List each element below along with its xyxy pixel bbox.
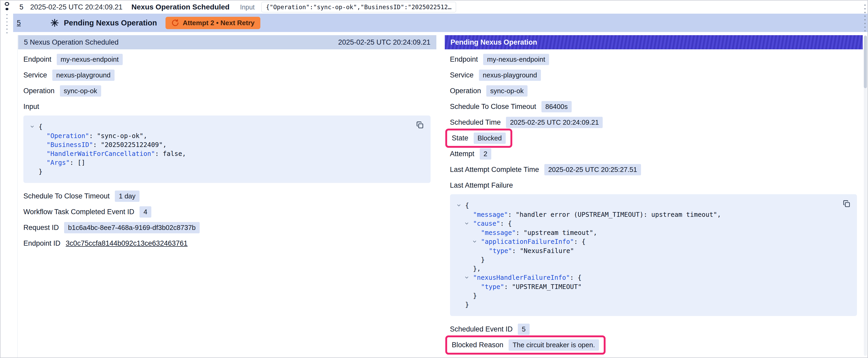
chevron-down-icon[interactable]	[464, 220, 473, 228]
field-label: Endpoint	[450, 55, 478, 64]
json-line: "cause": {	[456, 219, 839, 228]
field-label: Scheduled Time	[450, 118, 501, 127]
field-label: Schedule To Close Timeout	[23, 192, 110, 200]
timeline-current-event-icon[interactable]	[5, 2, 9, 6]
field-row: Request IDb1c6a4bc-8ee7-468a-9169-df3b02…	[21, 220, 436, 235]
json-line: "message": "handler error (UPSTREAM_TIME…	[456, 210, 839, 219]
json-token: "HandlerWaitForCancellation"	[46, 150, 155, 158]
field-row: Workflow Task Completed Event ID4	[21, 204, 436, 220]
field-value-chip: my-nexus-endpoint	[483, 54, 549, 65]
panel-pending-nexus-operation: Pending Nexus Operation Endpointmy-nexus…	[445, 35, 863, 357]
json-token: :	[155, 150, 163, 158]
json-line: "Args": []	[30, 158, 412, 167]
field-row: Scheduled Event ID5	[448, 321, 863, 337]
field-label: Service	[23, 71, 47, 79]
field-label: Workflow Task Completed Event ID	[23, 208, 134, 216]
field-label: Operation	[450, 87, 481, 95]
json-token: :	[93, 141, 101, 149]
field-row: Schedule To Close Timeout1 day	[21, 188, 436, 204]
event-row-pending-nexus-operation[interactable]: 5 Pending Nexus Operation Attempt 2 • Ne…	[13, 14, 867, 32]
json-token: "UPSTREAM_TIMEOUT"	[512, 283, 582, 291]
chevron-down-icon[interactable]	[30, 123, 39, 131]
json-token: "nexusHandlerFailureInfo"	[473, 274, 570, 281]
json-line: "message": "upstream timeout",	[456, 228, 839, 237]
field-row: Blocked ReasonThe circuit breaker is ope…	[448, 337, 863, 353]
field-label: Schedule To Close Timeout	[450, 103, 536, 111]
event-id-link[interactable]: 5	[17, 19, 21, 27]
json-line: "Operation": "sync-op-ok",	[30, 131, 412, 140]
timeline-node-icon[interactable]	[5, 8, 8, 10]
copy-button[interactable]	[841, 198, 852, 209]
json-token: }	[481, 256, 485, 263]
field-value-chip: my-nexus-endpoint	[57, 54, 123, 65]
field-row: Operationsync-op-ok	[21, 83, 436, 99]
event-timestamp: 2025-02-25 UTC 20:24:09.21	[30, 3, 122, 11]
field-label: Blocked Reason	[452, 341, 504, 349]
panel-nexus-operation-scheduled: 5 Nexus Operation Scheduled 2025-02-25 U…	[18, 35, 436, 357]
field-label: Operation	[23, 87, 55, 95]
event-title: Nexus Operation Scheduled	[131, 3, 229, 11]
chevron-down-icon[interactable]	[456, 201, 465, 210]
field-label: Service	[450, 71, 474, 79]
field-row: Scheduled Time2025-02-25 UTC 20:24:09.21	[448, 115, 863, 130]
field-row: Endpoint ID3c0c75ccfa8144b092c13ce632463…	[21, 235, 436, 251]
right-panel-header: Pending Nexus Operation	[445, 35, 863, 50]
json-line: }	[30, 167, 412, 176]
pending-event-title: Pending Nexus Operation	[64, 19, 157, 27]
field-value-chip: 86400s	[541, 101, 572, 112]
left-panel-timestamp: 2025-02-25 UTC 20:24:09.21	[338, 38, 430, 46]
json-token: :	[89, 132, 97, 140]
event-row-nexus-operation-scheduled[interactable]: 5 2025-02-25 UTC 20:24:09.21 Nexus Opera…	[13, 1, 861, 14]
json-token: "type"	[489, 247, 512, 255]
json-token: "applicationFailureInfo"	[481, 238, 574, 246]
json-line: "nexusHandlerFailureInfo": {	[456, 273, 839, 283]
chevron-down-icon[interactable]	[464, 273, 473, 283]
field-label: Endpoint	[23, 55, 52, 64]
field-value-link[interactable]: 3c0c75ccfa8144b092c13ce632463761	[66, 239, 188, 248]
json-token: "Args"	[46, 159, 70, 166]
timeline-dot	[6, 32, 8, 33]
copy-button[interactable]	[415, 120, 425, 130]
right-panel-title: Pending Nexus Operation	[451, 38, 537, 46]
left-panel-title: 5 Nexus Operation Scheduled	[24, 38, 119, 46]
field-row: Servicenexus-playground	[448, 67, 863, 83]
json-token: "BusinessID"	[46, 141, 93, 149]
field-row: Operationsync-op-ok	[448, 83, 863, 99]
json-line: "type": "UPSTREAM_TIMEOUT"	[456, 283, 839, 291]
json-token: []	[78, 159, 85, 166]
json-token: :	[70, 159, 78, 166]
retry-icon	[171, 19, 179, 27]
timeline-dot	[6, 29, 8, 30]
json-token: "cause"	[473, 220, 500, 227]
scrollbar-thumb[interactable]	[864, 36, 867, 88]
timeline-dot	[6, 14, 8, 15]
json-line: "type": "NexusFailure"	[456, 247, 839, 255]
vertical-scrollbar[interactable]	[864, 35, 867, 356]
right-panel-body: Endpointmy-nexus-endpointServicenexus-pl…	[445, 50, 863, 353]
json-token: ,	[163, 141, 167, 149]
json-token: },	[473, 265, 481, 272]
left-panel-body: Endpointmy-nexus-endpointServicenexus-pl…	[18, 50, 436, 251]
json-line: }	[456, 291, 839, 300]
json-token: "NexusFailure"	[520, 247, 574, 255]
json-token: {	[508, 220, 512, 227]
json-token: "type"	[481, 283, 504, 291]
list-scrollbar-dots	[864, 3, 866, 33]
field-value-chip: The circuit breaker is open.	[508, 339, 599, 351]
json-token: ,	[182, 150, 186, 158]
field-label: Last Attempt Complete Time	[450, 166, 539, 174]
json-token: {	[39, 123, 42, 130]
field-value-chip: 2025-02-25 UTC 20:24:09.21	[506, 117, 603, 128]
chevron-down-icon[interactable]	[472, 237, 481, 247]
json-token: }	[473, 292, 477, 299]
json-line: }	[456, 300, 839, 309]
field-value-chip: 2	[480, 148, 491, 160]
field-label: Endpoint ID	[23, 239, 60, 248]
json-token: "message"	[473, 211, 508, 218]
json-token: "sync-op-ok"	[97, 132, 144, 140]
field-value-chip: sync-op-ok	[486, 85, 528, 97]
field-label: Last Attempt Failure	[450, 182, 513, 190]
json-token: false	[163, 150, 182, 158]
retry-attempt-badge: Attempt 2 • Next Retry	[165, 17, 260, 29]
json-token: {	[582, 238, 586, 246]
